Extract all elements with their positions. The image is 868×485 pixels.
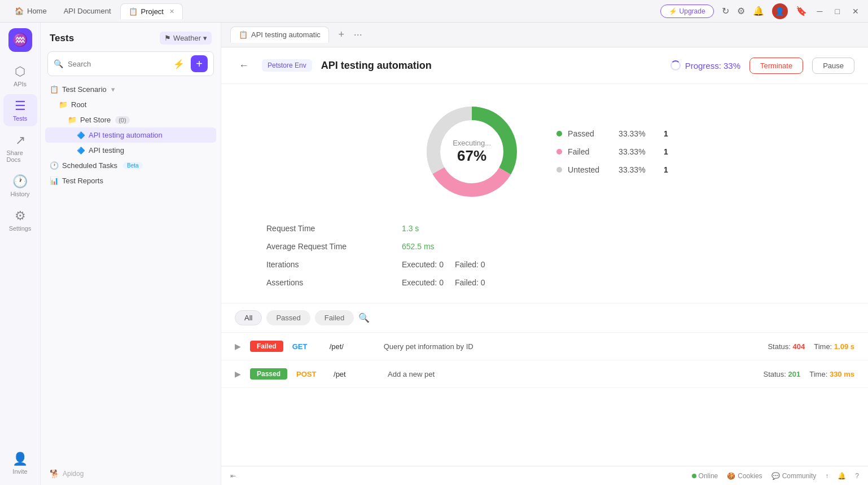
tree-item-pet-store[interactable]: 📁 Pet Store (0) [45, 112, 216, 127]
report-icon: 📊 [50, 177, 59, 185]
tab-api-document[interactable]: API Document [56, 3, 119, 19]
expand-icon[interactable]: ▶ [235, 342, 241, 351]
result-row[interactable]: ▶ Passed POST /pet Add a new pet Status:… [221, 360, 868, 388]
cookies-icon: 🍪 [727, 472, 735, 480]
history-label: History [10, 191, 29, 197]
titlebar-tabs: 🏠 Home API Document 📋 Project ✕ [7, 3, 660, 19]
assertions-executed: Executed: 0 [402, 278, 444, 287]
result-time-2: Time: 330 ms [809, 370, 854, 378]
result-row[interactable]: ▶ Failed GET /pet/ Query pet information… [221, 333, 868, 360]
pause-button[interactable]: Pause [812, 58, 854, 74]
maximize-button[interactable]: □ [833, 7, 842, 16]
result-path-2: /pet [334, 370, 379, 378]
result-status: Status: 404 [768, 342, 805, 351]
tree-item-test-scenario[interactable]: 📋 Test Scenario ▾ [45, 82, 216, 97]
folder-petstore-icon: 📁 [68, 116, 77, 124]
add-tab-button[interactable]: + [334, 27, 349, 43]
footer: ⇤ Online 🍪 Cookies 💬 Community ↑ 🔔 ? [221, 466, 868, 485]
sidebar-actions: ⚡ + [170, 55, 208, 72]
footer-cookies[interactable]: 🍪 Cookies [727, 472, 762, 480]
iterations-detail: Executed: 0 Failed: 0 [402, 260, 485, 269]
passed-legend-label: Passed [568, 129, 613, 138]
minimize-button[interactable]: ─ [815, 7, 825, 16]
tab-home[interactable]: 🏠 Home [7, 3, 55, 19]
bookmark-icon[interactable]: 🔖 [796, 6, 807, 16]
env-tag: Petstore Env [262, 59, 312, 72]
collapse-icon[interactable]: ⇤ [230, 472, 236, 480]
notification-icon[interactable]: 🔔 [753, 6, 764, 16]
executing-label: Executing... [453, 139, 491, 147]
filter-failed-button[interactable]: Failed [315, 310, 354, 325]
footer-upload-icon[interactable]: ↑ [825, 472, 828, 480]
status-code-2: 201 [788, 370, 801, 378]
tab-project-label: Project [141, 7, 164, 16]
result-path: /pet/ [330, 342, 375, 351]
iterations-label: Iterations [266, 260, 379, 269]
add-button[interactable]: + [191, 55, 208, 72]
sidebar-item-invite[interactable]: 👤 Invite [3, 447, 37, 479]
titlebar-actions: ⚡ Upgrade ↻ ⚙ 🔔 👤 🔖 ─ □ ✕ [660, 3, 861, 19]
terminate-button[interactable]: Terminate [749, 58, 803, 74]
legend-failed: Failed 33.33% 1 [556, 147, 668, 156]
tree-item-api-testing[interactable]: 🔷 API testing [45, 143, 216, 158]
run-header: ← Petstore Env API testing automation Pr… [221, 47, 868, 84]
result-description-2: Add a new pet [388, 370, 754, 378]
filter-icon[interactable]: ⚡ [170, 55, 187, 72]
main-tab-api-testing[interactable]: 📋 API testing automatic [230, 27, 329, 43]
refresh-icon[interactable]: ↻ [722, 6, 729, 16]
sidebar: Tests ⚑ Weather ▾ 🔍 ⚡ + 📋 Test Scenario … [41, 23, 221, 485]
footer-online[interactable]: Online [692, 472, 718, 480]
request-time-value: 1.3 s [402, 224, 419, 233]
avatar[interactable]: 👤 [772, 3, 788, 19]
expand-icon-2[interactable]: ▶ [235, 369, 241, 378]
api-testing-automation-label: API testing automation [89, 131, 163, 139]
tree-item-scheduled-tasks[interactable]: 🕐 Scheduled Tasks Beta [45, 158, 216, 173]
filter-passed-button[interactable]: Passed [266, 310, 310, 325]
back-button[interactable]: ← [235, 56, 253, 74]
tree-item-root[interactable]: 📁 Root [45, 97, 216, 112]
share-docs-icon: ↗ [15, 133, 25, 148]
env-chevron-icon: ▾ [203, 34, 207, 42]
sidebar-bottom: 🐕 Apidog [41, 462, 221, 485]
upgrade-button[interactable]: ⚡ Upgrade [660, 5, 713, 18]
assertions-failed: Failed: 0 [455, 278, 485, 287]
filter-search-icon[interactable]: 🔍 [358, 312, 370, 323]
filter-all-button[interactable]: All [235, 310, 262, 325]
pet-store-label: Pet Store [80, 116, 111, 124]
tree-item-test-reports[interactable]: 📊 Test Reports [45, 173, 216, 188]
tab-close-icon[interactable]: ✕ [169, 8, 174, 15]
sidebar-item-tests[interactable]: ☰ Tests [3, 94, 37, 126]
stat-iterations: Iterations Executed: 0 Failed: 0 [266, 255, 823, 274]
legend-passed: Passed 33.33% 1 [556, 129, 668, 138]
search-icon: 🔍 [54, 59, 63, 68]
iterations-executed: Executed: 0 [402, 260, 444, 269]
footer-help-icon[interactable]: ? [855, 472, 859, 480]
scheduled-tasks-label: Scheduled Tasks [62, 161, 117, 170]
apis-label: APIs [14, 81, 27, 87]
pet-store-count: (0) [115, 116, 129, 124]
more-tabs-button[interactable]: ··· [354, 29, 362, 41]
sidebar-item-share-docs[interactable]: ↗ Share Docs [3, 129, 37, 167]
close-button[interactable]: ✕ [850, 7, 861, 16]
tree-item-api-testing-automation[interactable]: 🔷 API testing automation [45, 127, 216, 143]
test-scenario-chevron: ▾ [111, 85, 115, 94]
api-testing-icon: 🔷 [77, 147, 85, 155]
settings-icon[interactable]: ⚙ [737, 6, 745, 16]
tab-project[interactable]: 📋 Project ✕ [120, 3, 183, 19]
footer-community[interactable]: 💬 Community [771, 472, 817, 480]
settings-label: Settings [9, 225, 32, 232]
environment-selector[interactable]: ⚑ Weather ▾ [160, 32, 212, 45]
sidebar-item-apis[interactable]: ⬡ APIs [3, 60, 37, 92]
search-input[interactable] [68, 60, 166, 68]
search-bar: 🔍 ⚡ + [47, 51, 214, 76]
avg-request-time-label: Average Request Time [266, 242, 379, 251]
sidebar-item-settings[interactable]: ⚙ Settings [3, 204, 37, 236]
untested-legend-pct: 33.33% [619, 165, 658, 174]
env-label: Weather [173, 34, 201, 42]
sidebar-item-history[interactable]: 🕐 History [3, 170, 37, 202]
content-area: ← Petstore Env API testing automation Pr… [221, 47, 868, 466]
footer-share-icon[interactable]: 🔔 [838, 472, 846, 480]
passed-dot [556, 131, 562, 136]
folder-root-icon: 📁 [59, 100, 68, 109]
stat-request-time: Request Time 1.3 s [266, 219, 823, 237]
